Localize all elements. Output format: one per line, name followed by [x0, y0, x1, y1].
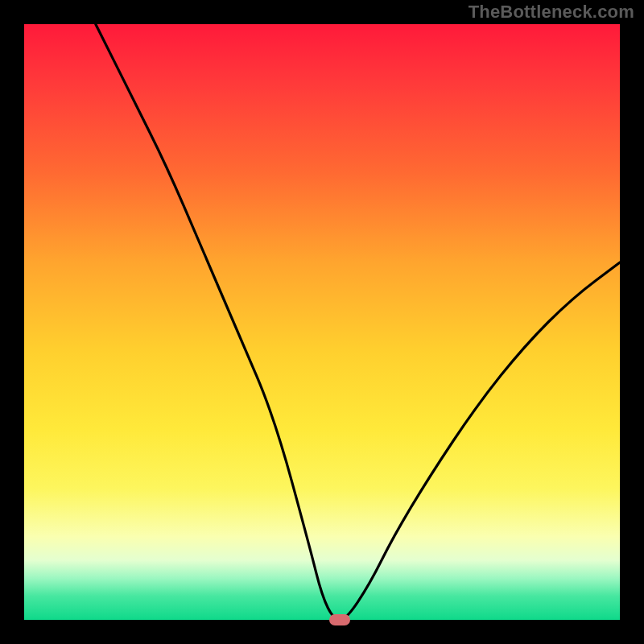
- plot-area: [24, 24, 620, 620]
- optimal-marker: [329, 614, 350, 625]
- curve-path: [96, 24, 620, 620]
- watermark-text: TheBottleneck.com: [469, 2, 634, 23]
- chart-frame: TheBottleneck.com: [0, 0, 644, 644]
- bottleneck-curve: [24, 24, 620, 620]
